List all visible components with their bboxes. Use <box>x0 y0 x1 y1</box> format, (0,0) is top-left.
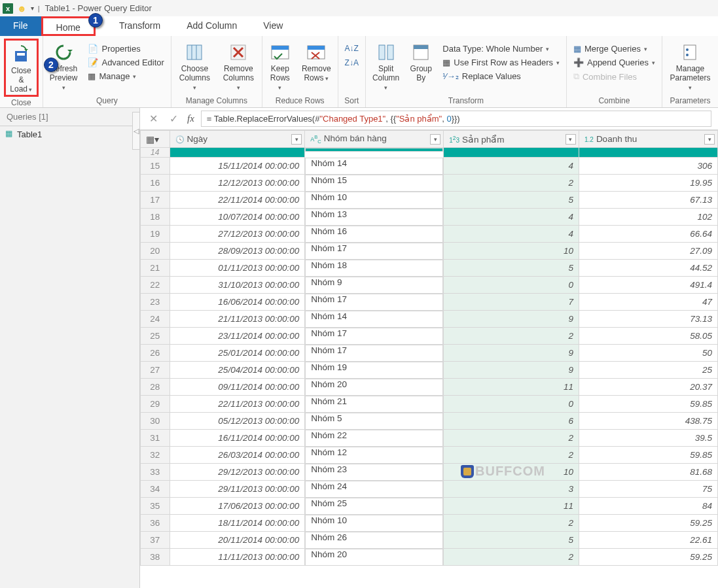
cell-product[interactable]: 5 <box>444 260 579 277</box>
cell-date[interactable]: 16/11/2014 00:00:00 <box>170 430 305 447</box>
cell-date[interactable]: 25/04/2014 00:00:00 <box>170 362 305 379</box>
keep-rows-button[interactable]: Keep Rows <box>266 39 294 93</box>
cell-product[interactable]: 10 <box>444 464 579 481</box>
cell-date[interactable]: 27/12/2013 00:00:00 <box>170 226 305 243</box>
table-row[interactable]: 2922/11/2013 00:00:00Nhóm 21059.85 <box>141 396 718 413</box>
sort-desc-button[interactable]: Z↓A <box>342 57 361 69</box>
row-number[interactable]: 19 <box>141 226 170 243</box>
cell-product[interactable]: 2 <box>444 515 579 532</box>
choose-columns-button[interactable]: Choose Columns <box>175 39 214 93</box>
cell-revenue[interactable]: 102 <box>579 209 717 226</box>
cell-product[interactable]: 4 <box>444 209 579 226</box>
filter-group-icon[interactable]: ▾ <box>430 134 440 145</box>
cell-revenue[interactable]: 438.75 <box>579 413 717 430</box>
cell-date[interactable]: 28/09/2013 00:00:00 <box>170 243 305 260</box>
cell-group[interactable]: Nhóm 17 <box>305 345 443 362</box>
cell-date[interactable]: 16/06/2014 00:00:00 <box>170 294 305 311</box>
close-and-load-button[interactable]: Close & Load 2 <box>4 39 39 97</box>
data-grid[interactable]: ▦▾ 🕓Ngày▾ ABCNhóm bán hàng▾ 123Sản phẩm▾… <box>140 130 718 588</box>
cell-product[interactable]: 9 <box>444 345 579 362</box>
cell-group[interactable]: Nhóm 16 <box>305 226 443 243</box>
tab-view[interactable]: View <box>250 16 296 36</box>
header-group[interactable]: ABCNhóm bán hàng▾ <box>305 131 444 148</box>
table-row[interactable]: 2809/11/2014 00:00:00Nhóm 201120.37 <box>141 379 718 396</box>
cell-date[interactable]: 22/11/2014 00:00:00 <box>170 192 305 209</box>
cell-product[interactable]: 6 <box>444 413 579 430</box>
cell-product[interactable]: 7 <box>444 294 579 311</box>
row-number[interactable]: 35 <box>141 498 170 515</box>
formula-cancel-button[interactable]: ✕ <box>147 112 160 125</box>
cell-group[interactable]: Nhóm 14 <box>305 158 443 175</box>
row-number[interactable]: 16 <box>141 175 170 192</box>
row-number[interactable]: 25 <box>141 328 170 345</box>
cell-revenue[interactable]: 44.52 <box>579 260 717 277</box>
datetime-type-icon[interactable]: 🕓 <box>175 135 185 143</box>
cell-product[interactable]: 3 <box>444 481 579 498</box>
row-number[interactable]: 27 <box>141 362 170 379</box>
cell-group[interactable]: Nhóm 19 <box>305 362 443 379</box>
table-row[interactable]: 3618/11/2014 00:00:00Nhóm 10259.25 <box>141 515 718 532</box>
cell-group[interactable]: Nhóm 24 <box>305 481 443 498</box>
row-number[interactable]: 32 <box>141 447 170 464</box>
tab-home[interactable]: Home 1 <box>41 16 96 36</box>
cell-revenue[interactable]: 75 <box>579 481 717 498</box>
remove-columns-button[interactable]: Remove Columns <box>219 39 258 93</box>
cell-product[interactable]: 5 <box>444 192 579 209</box>
table-row[interactable]: 1722/11/2014 00:00:00Nhóm 10567.13 <box>141 192 718 209</box>
cell-revenue[interactable]: 22.61 <box>579 532 717 549</box>
cell-date[interactable]: 29/11/2013 00:00:00 <box>170 481 305 498</box>
row-number[interactable]: 15 <box>141 158 170 175</box>
cell-revenue[interactable]: 81.68 <box>579 464 717 481</box>
cell-group[interactable]: Nhóm 10 <box>305 192 443 209</box>
cell-product[interactable]: 0 <box>444 396 579 413</box>
table-row[interactable]: 3720/11/2014 00:00:00Nhóm 26522.61 <box>141 532 718 549</box>
row-number[interactable]: 20 <box>141 243 170 260</box>
table-row[interactable]: 2231/10/2013 00:00:00Nhóm 90491.4 <box>141 277 718 294</box>
cell-revenue[interactable]: 66.64 <box>579 226 717 243</box>
cell-group[interactable]: Nhóm 17 <box>305 328 443 345</box>
row-number[interactable]: 17 <box>141 192 170 209</box>
row-number[interactable]: 18 <box>141 209 170 226</box>
cell-date[interactable]: 23/11/2014 00:00:00 <box>170 328 305 345</box>
table-row[interactable]: 3226/03/2014 00:00:00Nhóm 12259.85 <box>141 447 718 464</box>
cell-revenue[interactable]: 50 <box>579 345 717 362</box>
filter-revenue-icon[interactable]: ▾ <box>704 134 715 145</box>
cell-product[interactable]: 2 <box>444 430 579 447</box>
cell-revenue[interactable]: 25 <box>579 362 717 379</box>
cell-group[interactable]: Nhóm 14 <box>305 311 443 328</box>
cell-product[interactable]: 10 <box>444 243 579 260</box>
formula-input[interactable]: = Table.ReplaceErrorValues(#"Changed Typ… <box>201 111 711 127</box>
row-number[interactable]: 22 <box>141 277 170 294</box>
advanced-editor-button[interactable]: 📝Advanced Editor <box>85 56 166 69</box>
qat-dropdown-icon[interactable]: ▾ <box>31 5 34 12</box>
sort-asc-button[interactable]: A↓Z <box>342 43 361 54</box>
cell-product[interactable]: 9 <box>444 362 579 379</box>
table-row[interactable]: 2101/11/2013 00:00:00Nhóm 18544.52 <box>141 260 718 277</box>
cell-product[interactable]: 11 <box>444 379 579 396</box>
header-product[interactable]: 123Sản phẩm▾ <box>444 131 579 148</box>
first-row-headers-button[interactable]: ▦Use First Row as Headers <box>440 56 562 69</box>
table-row[interactable]: 3811/11/2013 00:00:00Nhóm 20259.25 <box>141 549 718 566</box>
tab-file[interactable]: File <box>0 16 41 36</box>
cell-revenue[interactable]: 491.4 <box>579 277 717 294</box>
table-row[interactable]: 3329/12/2013 00:00:00Nhóm 231081.68 <box>141 464 718 481</box>
cell-revenue[interactable]: 39.5 <box>579 430 717 447</box>
cell-revenue[interactable]: 84 <box>579 498 717 515</box>
table-row[interactable]: 14 <box>141 148 718 158</box>
row-number[interactable]: 38 <box>141 549 170 566</box>
tab-transform[interactable]: Transform <box>101 16 173 36</box>
cell-revenue[interactable]: 73.13 <box>579 311 717 328</box>
cell-revenue[interactable]: 47 <box>579 294 717 311</box>
collapse-sidebar-button[interactable]: ◁ <box>132 112 140 150</box>
cell-group[interactable]: Nhóm 18 <box>305 260 443 277</box>
table-row[interactable]: 1810/07/2014 00:00:00Nhóm 134102 <box>141 209 718 226</box>
cell-date[interactable]: 26/03/2014 00:00:00 <box>170 447 305 464</box>
cell-revenue[interactable]: 59.85 <box>579 396 717 413</box>
cell-revenue[interactable]: 59.85 <box>579 447 717 464</box>
fx-icon[interactable]: fx <box>187 113 194 124</box>
table-row[interactable]: 1927/12/2013 00:00:00Nhóm 16466.64 <box>141 226 718 243</box>
cell-date[interactable]: 21/11/2013 00:00:00 <box>170 311 305 328</box>
row-number[interactable]: 23 <box>141 294 170 311</box>
cell-product[interactable]: 4 <box>444 226 579 243</box>
cell-group[interactable]: Nhóm 23 <box>305 464 443 481</box>
